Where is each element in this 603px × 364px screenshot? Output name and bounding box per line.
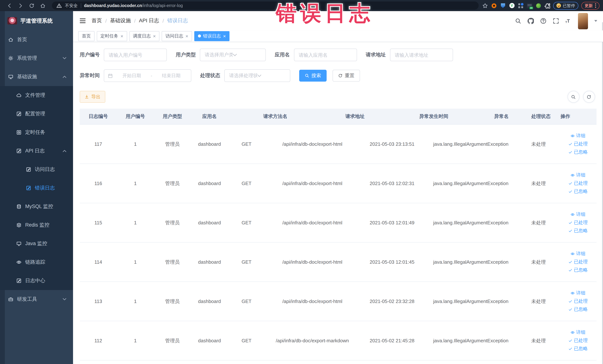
mark-processed-link[interactable]: 已处理	[568, 259, 588, 265]
mark-ignored-link[interactable]: 已忽略	[568, 306, 588, 313]
table-row[interactable]: 114 1 管理员 dashboard GET /api/infra/db-do…	[80, 243, 596, 282]
avatar[interactable]	[578, 13, 588, 29]
extension-grid-icon[interactable]	[518, 3, 523, 8]
eye-icon	[570, 330, 575, 335]
extension-switch-icon[interactable]	[527, 3, 532, 8]
avatar-caret-icon[interactable]	[594, 20, 597, 22]
breadcrumb-item[interactable]: 基础设施 /	[110, 17, 139, 24]
help-icon[interactable]	[540, 18, 546, 24]
user-id-input[interactable]	[104, 48, 167, 61]
sidebar-item[interactable]: 日志中心	[0, 271, 73, 290]
page-tab[interactable]: 调度日志 ×	[129, 31, 159, 41]
sidebar-item[interactable]: 配置管理	[0, 105, 73, 123]
app-logo[interactable]: 芋道管理系统	[0, 11, 73, 30]
sidebar-item[interactable]: 研发工具	[0, 290, 73, 309]
sidebar-item[interactable]: 错误日志	[0, 179, 73, 197]
refresh-button[interactable]	[583, 91, 595, 103]
font-size-icon[interactable]: TT	[565, 18, 571, 24]
check-icon	[568, 260, 572, 264]
page-tab[interactable]: 错误日志 ×	[194, 31, 230, 41]
extension-green-icon[interactable]: V	[509, 3, 515, 8]
sidebar-item[interactable]: 基础设施	[0, 68, 73, 86]
user-type-select[interactable]: 请选择用户类型	[200, 48, 266, 61]
extension-orange-icon[interactable]	[491, 3, 497, 8]
mark-processed-link[interactable]: 已处理	[568, 338, 588, 344]
mark-ignored-link[interactable]: 已忽略	[568, 149, 588, 155]
mark-ignored-link[interactable]: 已忽略	[568, 267, 588, 273]
fullscreen-icon[interactable]	[553, 18, 559, 24]
address-bar[interactable]: 不安全 dashboard.yudao.iocoder.cn/infra/log…	[52, 1, 479, 10]
sidebar-item[interactable]: 文件管理	[0, 86, 73, 105]
window-scrollbar[interactable]	[602, 22, 603, 364]
detail-link[interactable]: 详细	[570, 133, 585, 139]
detail-link[interactable]: 详细	[570, 329, 585, 336]
mark-processed-link[interactable]: 已处理	[568, 220, 588, 226]
github-icon[interactable]	[527, 18, 534, 24]
browser-menu-icon[interactable]	[595, 3, 596, 8]
sidebar-item[interactable]: 首页	[0, 30, 73, 49]
paused-badge[interactable]: 已暂停	[553, 2, 578, 10]
table-header-cell: 用户编号	[117, 113, 154, 120]
toggle-search-button[interactable]	[568, 91, 579, 103]
table-row[interactable]: 117 1 管理员 dashboard GET /api/infra/db-do…	[80, 125, 596, 164]
app-name-input[interactable]	[294, 48, 357, 61]
cell-user-id: 1	[117, 141, 154, 147]
sidebar-item[interactable]: 系统管理	[0, 49, 73, 68]
detail-link[interactable]: 详细	[570, 251, 585, 257]
cell-request-url: /api/infra/db-doc/export-html	[265, 220, 359, 225]
date-range-picker[interactable]: 开始日期 - 结束日期	[104, 69, 191, 82]
mark-ignored-link[interactable]: 已忽略	[568, 228, 588, 234]
page-tab[interactable]: 访问日志 ×	[162, 31, 192, 41]
mark-ignored-link[interactable]: 已忽略	[568, 346, 588, 352]
search-button[interactable]: 搜索	[299, 70, 327, 82]
request-url-input[interactable]	[390, 48, 453, 61]
browser-back-button[interactable]	[4, 1, 15, 10]
detail-link[interactable]: 详细	[570, 290, 585, 296]
browser-home-button[interactable]	[37, 1, 48, 10]
detail-link[interactable]: 详细	[570, 211, 585, 218]
mark-processed-link[interactable]: 已处理	[568, 141, 588, 147]
breadcrumb-item[interactable]: 错误日志 /	[167, 17, 188, 24]
extension-shield-icon[interactable]	[500, 3, 506, 8]
table-row[interactable]: 115 1 管理员 dashboard GET /api/infra/db-do…	[80, 203, 596, 243]
cell-exception-name: java.lang.IllegalArgumentException	[425, 338, 517, 343]
breadcrumb-item[interactable]: 首页 /	[92, 17, 110, 24]
reset-button[interactable]: 重置	[333, 70, 360, 82]
page-tab[interactable]: 首页	[78, 31, 94, 41]
mark-processed-link[interactable]: 已处理	[568, 298, 588, 305]
browser-reload-button[interactable]	[26, 1, 37, 10]
browser-update-button[interactable]: 更新	[581, 2, 599, 10]
export-button[interactable]: 导出	[80, 91, 105, 103]
sidebar-item[interactable]: MySQL 监控	[0, 197, 73, 216]
hamburger-icon[interactable]	[79, 17, 86, 24]
tab-close-icon[interactable]: ×	[223, 34, 226, 38]
sidebar-item[interactable]: 定时任务	[0, 123, 73, 142]
sidebar-item[interactable]: 访问日志	[0, 160, 73, 179]
tab-close-icon[interactable]: ×	[120, 34, 123, 38]
process-status-select[interactable]: 请选择处理状态	[224, 69, 290, 82]
extensions-puzzle-icon[interactable]	[545, 3, 550, 8]
mark-ignored-link[interactable]: 已忽略	[568, 188, 588, 195]
sidebar-item-label: 定时任务	[25, 129, 45, 136]
tab-close-icon[interactable]: ×	[153, 34, 156, 38]
extension-plant-icon[interactable]	[536, 3, 541, 8]
bookmark-star-icon[interactable]	[482, 3, 488, 8]
sidebar-item[interactable]: Redis 监控	[0, 216, 73, 234]
table-row[interactable]: 112 1 管理员 dashboard GET /api/infra/db-do…	[80, 321, 596, 361]
svg-text:T: T	[567, 18, 570, 23]
active-dot	[198, 35, 201, 37]
cell-method: GET	[228, 220, 265, 225]
browser-forward-button[interactable]	[15, 1, 26, 10]
sidebar-item[interactable]: API 日志	[0, 142, 73, 160]
sidebar-item[interactable]: 链路追踪	[0, 253, 73, 271]
breadcrumb-item[interactable]: API 日志 /	[139, 17, 167, 24]
sidebar-item[interactable]: Java 监控	[0, 234, 73, 253]
sidebar-item-icon	[16, 278, 22, 283]
search-icon[interactable]	[515, 18, 521, 24]
table-row[interactable]: 116 1 管理员 dashboard GET /api/infra/db-do…	[80, 164, 596, 203]
detail-link[interactable]: 详细	[570, 172, 585, 178]
table-row[interactable]: 113 1 管理员 dashboard GET /api/infra/db-do…	[80, 282, 596, 321]
tab-close-icon[interactable]: ×	[185, 34, 188, 38]
page-tab[interactable]: 定时任务 ×	[97, 31, 127, 41]
mark-processed-link[interactable]: 已处理	[568, 180, 588, 187]
